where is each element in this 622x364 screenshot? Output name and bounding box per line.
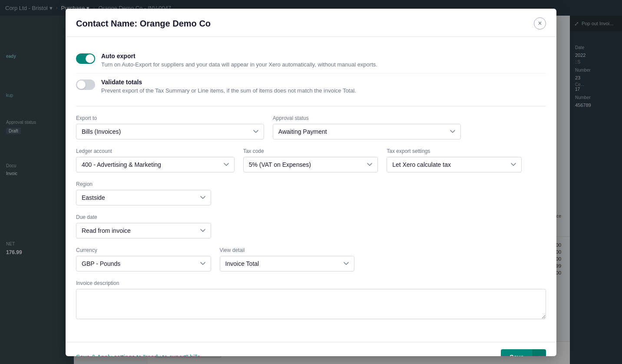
close-icon: × [538, 20, 542, 27]
modal-header: Contact Name: Orange Demo Co × [66, 9, 556, 37]
ledger-account-label: Ledger account [76, 148, 235, 154]
validate-totals-label: Validate totals [101, 79, 546, 86]
invoice-description-input[interactable] [76, 289, 546, 319]
tax-code-select[interactable]: 5% (VAT on Expenses) [243, 157, 378, 172]
region-group: Region Eastside [76, 181, 211, 205]
toggle-section: Auto export Turn on Auto-Export for supp… [76, 47, 546, 99]
tax-export-label: Tax export settings [387, 148, 522, 154]
save-button-group: Save ▾ [501, 349, 546, 356]
tax-code-label: Tax code [243, 148, 378, 154]
view-detail-label: View detail [220, 247, 355, 253]
export-to-label: Export to [76, 115, 264, 121]
due-date-label: Due date [76, 214, 211, 220]
validate-totals-description: Prevent export of the Tax Summary or Lin… [101, 87, 546, 94]
approval-status-label: Approval status [273, 115, 461, 121]
validate-knob [77, 80, 86, 89]
tax-export-group: Tax export settings Let Xero calculate t… [387, 148, 522, 172]
tax-code-group: Tax code 5% (VAT on Expenses) [243, 148, 378, 172]
approval-status-group: Approval status Awaiting Payment [273, 115, 461, 139]
ledger-account-group: Ledger account 400 - Advertising & Marke… [76, 148, 235, 172]
save-apply-button[interactable]: Save & Apply settings to "ready to expor… [76, 350, 200, 356]
form-row-2: Ledger account 400 - Advertising & Marke… [76, 148, 546, 172]
auto-export-label: Auto export [101, 53, 546, 60]
save-dropdown-button[interactable]: ▾ [533, 349, 546, 356]
form-row-3: Region Eastside [76, 181, 546, 205]
validate-totals-toggle[interactable] [76, 79, 95, 90]
save-dropdown-icon: ▾ [538, 354, 541, 356]
currency-group: Currency GBP - Pounds [76, 247, 211, 271]
auto-export-toggle[interactable] [76, 53, 95, 64]
currency-select[interactable]: GBP - Pounds [76, 256, 211, 271]
ledger-account-select[interactable]: 400 - Advertising & Marketing [76, 157, 235, 172]
export-to-group: Export to Bills (Invoices) [76, 115, 264, 139]
view-detail-group: View detail Invoice Total [220, 247, 355, 271]
save-button[interactable]: Save [501, 349, 533, 356]
modal-title: Contact Name: Orange Demo Co [76, 19, 211, 29]
close-button[interactable]: × [534, 17, 546, 30]
auto-export-description: Turn on Auto-Export for suppliers and yo… [101, 61, 546, 68]
form-section: Export to Bills (Invoices) Approval stat… [76, 115, 546, 321]
contact-settings-modal: Contact Name: Orange Demo Co × Auto expo… [66, 9, 556, 356]
region-label: Region [76, 181, 211, 187]
toggle-knob [86, 54, 94, 63]
invoice-description-section: Invoice description [76, 280, 546, 321]
region-select[interactable]: Eastside [76, 190, 211, 205]
auto-export-row: Auto export Turn on Auto-Export for supp… [76, 47, 546, 73]
form-row-1: Export to Bills (Invoices) Approval stat… [76, 115, 546, 139]
form-row-5: Currency GBP - Pounds View detail Invoic… [76, 247, 546, 271]
section-divider [76, 106, 546, 106]
validate-totals-row: Validate totals Prevent export of the Ta… [76, 73, 546, 99]
due-date-select[interactable]: Read from invoice [76, 223, 211, 238]
invoice-description-label: Invoice description [76, 280, 546, 286]
modal-body: Auto export Turn on Auto-Export for supp… [66, 37, 556, 342]
export-to-select[interactable]: Bills (Invoices) [76, 124, 264, 139]
form-row-4: Due date Read from invoice [76, 214, 546, 238]
due-date-group: Due date Read from invoice [76, 214, 211, 238]
approval-status-select[interactable]: Awaiting Payment [273, 124, 461, 139]
tax-export-select[interactable]: Let Xero calculate tax [387, 157, 522, 172]
currency-label: Currency [76, 247, 211, 253]
view-detail-select[interactable]: Invoice Total [220, 256, 355, 271]
modal-footer: Save & Apply settings to "ready to expor… [66, 342, 556, 356]
auto-export-label-group: Auto export Turn on Auto-Export for supp… [101, 53, 546, 68]
validate-totals-label-group: Validate totals Prevent export of the Ta… [101, 79, 546, 94]
